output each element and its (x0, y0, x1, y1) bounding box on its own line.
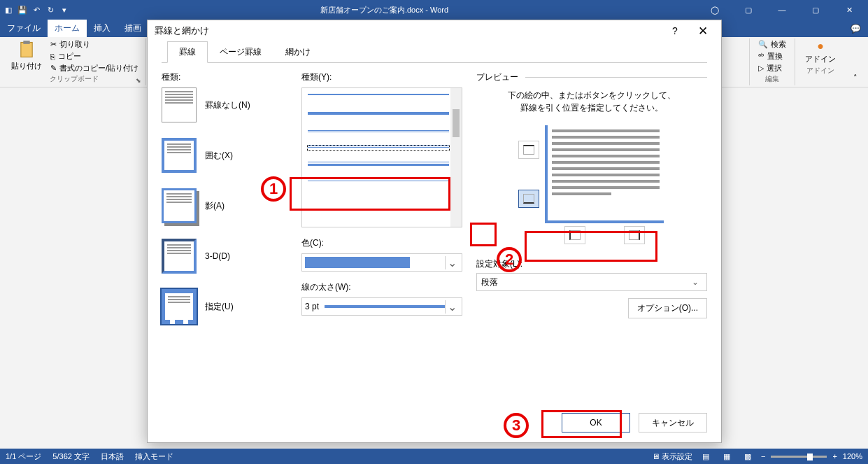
close-button[interactable]: ✕ (833, 0, 865, 20)
cancel-button[interactable]: キャンセル (639, 413, 707, 433)
find-button[interactable]: 🔍検索 (755, 38, 789, 50)
status-words[interactable]: 5/362 文字 (52, 451, 90, 462)
status-page[interactable]: 1/1 ページ (6, 451, 41, 462)
clipboard-group: 貼り付け ✂切り取り ⎘コピー ✎書式のコピー/貼り付け クリップボード ⬊ (3, 38, 146, 85)
search-icon: 🔍 (758, 40, 768, 49)
maximize-button[interactable]: ▢ (799, 0, 832, 20)
minimize-button[interactable]: — (766, 0, 798, 20)
select-button[interactable]: ▷選択 (755, 62, 789, 74)
width-value: 3 pt (305, 302, 319, 311)
style-label: 種類(Y): (301, 71, 462, 83)
style-item[interactable] (308, 162, 449, 166)
dialog-help-button[interactable]: ? (664, 20, 686, 42)
brush-icon: ✎ (50, 64, 57, 73)
color-select[interactable]: ⌄ (301, 253, 462, 272)
color-label: 色(C): (301, 237, 462, 249)
tab-draw[interactable]: 描画 (118, 20, 148, 37)
addins-button[interactable]: ● アドイン (801, 38, 840, 66)
apply-to-select[interactable]: 段落 ⌄ (476, 273, 707, 291)
preview-diagram[interactable] (545, 125, 664, 223)
preview-hint: 下の絵の中、またはボタンをクリックして、 罫線を引く位置を指定してください。 (476, 89, 707, 114)
account-icon[interactable]: ◯ (699, 0, 731, 20)
style-item[interactable] (308, 94, 449, 101)
zoom-out-button[interactable]: − (761, 452, 765, 461)
setting-3d-thumb (162, 239, 197, 274)
redo-icon[interactable]: ↻ (45, 4, 56, 15)
display-settings-button[interactable]: 🖥 表示設定 (652, 451, 692, 462)
ribbon-display-icon[interactable]: ▢ (732, 0, 764, 20)
status-language[interactable]: 日本語 (101, 451, 124, 462)
setting-shadow-thumb (162, 188, 197, 223)
apply-to-value: 段落 (481, 276, 498, 288)
addins-group: ● アドイン アドイン (795, 38, 846, 85)
web-layout-icon[interactable]: ▩ (740, 451, 755, 462)
preview-area (518, 125, 665, 250)
print-layout-icon[interactable]: ▦ (719, 451, 734, 462)
scissors-icon: ✂ (50, 40, 57, 49)
setting-custom[interactable]: 指定(U) (162, 289, 287, 324)
preview-top-border-button[interactable] (518, 141, 539, 159)
status-mode[interactable]: 挿入モード (135, 451, 173, 462)
chevron-down-icon: ⌄ (445, 256, 459, 269)
tab-insert[interactable]: 挿入 (87, 20, 118, 37)
dialog-titlebar: 罫線と網かけ ? ✕ (148, 20, 721, 41)
format-painter-button[interactable]: ✎書式のコピー/貼り付け (48, 62, 141, 74)
svg-rect-0 (21, 43, 32, 57)
options-button[interactable]: オプション(O)... (628, 298, 707, 318)
preview-left-border-button[interactable] (564, 226, 585, 244)
zoom-level[interactable]: 120% (843, 452, 862, 461)
preview-label: プレビュー (476, 71, 707, 83)
style-scrollbar[interactable] (450, 88, 462, 227)
dialog-title-text: 罫線と網かけ (155, 24, 209, 37)
save-icon[interactable]: 💾 (17, 4, 28, 15)
style-item[interactable] (308, 177, 449, 181)
read-mode-icon[interactable]: ▤ (698, 451, 713, 462)
style-item[interactable] (308, 130, 449, 134)
dialog-tabs: 罫線 ページ罫線 網かけ (162, 41, 707, 63)
apply-to-label: 設定対象(L): (476, 258, 707, 270)
tab-file[interactable]: ファイル (0, 20, 48, 37)
svg-rect-1 (23, 41, 29, 44)
tab-page-borders[interactable]: ページ罫線 (208, 41, 273, 63)
preview-right-border-button[interactable] (624, 226, 645, 244)
undo-icon[interactable]: ↶ (31, 4, 42, 15)
setting-none[interactable]: 罫線なし(N) (162, 87, 287, 122)
qat-customize-icon[interactable]: ▾ (59, 4, 70, 15)
borders-shading-dialog: 罫線と網かけ ? ✕ 罫線 ページ罫線 網かけ 種類: 罫線なし(N) 囲む(X… (147, 20, 722, 443)
autosave-toggle[interactable]: ◧ (3, 4, 14, 15)
style-item-selected[interactable] (308, 146, 449, 150)
setting-custom-thumb (162, 289, 197, 324)
collapse-ribbon-icon[interactable]: ˄ (853, 73, 858, 83)
status-bar: 1/1 ページ 5/362 文字 日本語 挿入モード 🖥 表示設定 ▤ ▦ ▩ … (0, 449, 868, 464)
cut-button[interactable]: ✂切り取り (48, 38, 141, 50)
setting-shadow[interactable]: 影(A) (162, 188, 287, 223)
addin-icon: ● (817, 40, 824, 52)
style-item[interactable] (308, 112, 449, 119)
setting-3d[interactable]: 3-D(D) (162, 239, 287, 274)
clipboard-dialog-launcher[interactable]: ⬊ (136, 77, 144, 85)
document-title: 新店舗オープンのご案内.docx - Word (70, 5, 699, 15)
width-select[interactable]: 3 pt ⌄ (301, 297, 462, 316)
title-bar: ◧ 💾 ↶ ↻ ▾ 新店舗オープンのご案内.docx - Word ◯ ▢ — … (0, 0, 868, 20)
setting-box[interactable]: 囲む(X) (162, 138, 287, 173)
width-label: 線の太さ(W): (301, 281, 462, 293)
paste-button[interactable]: 貼り付け (7, 38, 46, 74)
setting-box-thumb (162, 138, 197, 173)
replace-button[interactable]: ᵃᵇ置換 (755, 50, 789, 62)
chevron-down-icon: ⌄ (445, 300, 459, 314)
tab-home[interactable]: ホーム (48, 20, 87, 37)
copy-button[interactable]: ⎘コピー (48, 50, 141, 62)
tab-shading[interactable]: 網かけ (273, 41, 322, 63)
dialog-close-button[interactable]: ✕ (692, 20, 714, 42)
setting-label: 種類: (162, 71, 287, 83)
share-icon[interactable]: 💬 (844, 21, 868, 36)
preview-bottom-border-button[interactable] (518, 190, 539, 208)
color-swatch (305, 257, 410, 268)
addins-group-label: アドイン (801, 66, 840, 77)
tab-borders[interactable]: 罫線 (167, 41, 208, 63)
zoom-slider[interactable] (771, 456, 827, 458)
ok-button[interactable]: OK (562, 413, 630, 433)
zoom-in-button[interactable]: + (832, 452, 837, 461)
style-list[interactable] (301, 87, 462, 227)
paste-label: 貼り付け (11, 61, 42, 71)
